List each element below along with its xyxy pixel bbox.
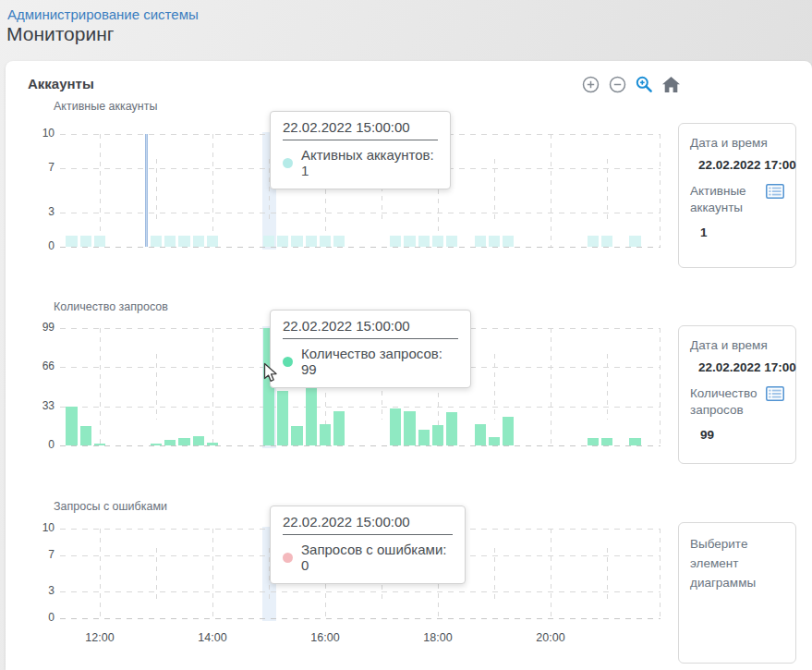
bar[interactable]: [94, 444, 105, 445]
bar[interactable]: [588, 438, 599, 445]
bar[interactable]: [193, 236, 204, 247]
y-tick-label: 3: [19, 205, 55, 218]
bar[interactable]: [151, 236, 162, 247]
zoom-in-icon[interactable]: [580, 74, 600, 94]
bar[interactable]: [446, 236, 457, 247]
v-gridline: [551, 134, 551, 247]
x-tick-label: 18:00: [418, 631, 457, 644]
v-gridline-minor: [156, 548, 157, 598]
v-gridline-minor: [607, 354, 608, 420]
chart-tooltip: 22.02.2022 15:00:00 Количество запросов:…: [270, 310, 471, 388]
v-gridline: [551, 328, 551, 445]
bar[interactable]: [432, 425, 443, 445]
legend-list-icon[interactable]: [766, 184, 784, 201]
bar[interactable]: [601, 236, 612, 247]
y-tick-label: 66: [19, 359, 55, 372]
bar[interactable]: [503, 417, 514, 445]
h-gridline: [60, 445, 661, 446]
bar[interactable]: [80, 236, 91, 247]
bar[interactable]: [80, 426, 91, 445]
bar[interactable]: [178, 438, 189, 445]
bar[interactable]: [164, 440, 176, 445]
breadcrumb-link[interactable]: Администрирование системы: [7, 6, 199, 22]
v-gridline-minor: [494, 354, 495, 420]
bar[interactable]: [193, 436, 204, 445]
chart-title-active-accounts: Активные аккаунты: [54, 100, 157, 113]
bar[interactable]: [320, 424, 331, 445]
bar[interactable]: [66, 236, 77, 247]
bar[interactable]: [489, 236, 500, 247]
bar[interactable]: [432, 236, 443, 247]
bar[interactable]: [306, 236, 317, 247]
v-gridline: [660, 134, 661, 247]
v-gridline: [660, 529, 661, 618]
bar[interactable]: [207, 443, 218, 445]
panel-header: Дата и время: [690, 136, 784, 150]
panel-metric-label: Количество запросов: [690, 385, 760, 419]
h-gridline: [60, 407, 661, 408]
panel-value: 1: [700, 225, 784, 239]
bar[interactable]: [333, 411, 345, 445]
v-gridline: [212, 134, 213, 247]
section-title: Аккаунты: [28, 76, 94, 91]
panel-datetime: 22.02.2022 17:00: [698, 158, 784, 172]
bar[interactable]: [629, 438, 640, 445]
bar[interactable]: [178, 236, 189, 247]
bar[interactable]: [291, 236, 302, 247]
h-gridline: [60, 213, 661, 213]
x-tick-label: 14:00: [193, 631, 232, 644]
bar[interactable]: [390, 408, 401, 445]
bar[interactable]: [263, 236, 274, 247]
bar[interactable]: [66, 407, 77, 445]
panel-placeholder-message: Выберите элемент диаграммы: [690, 535, 784, 593]
v-gridline: [660, 328, 661, 445]
v-gridline: [100, 529, 101, 618]
tooltip-datetime: 22.02.2022 15:00:00: [283, 119, 438, 140]
h-gridline: [60, 247, 661, 248]
x-tick-label: 20:00: [531, 631, 570, 644]
bar[interactable]: [291, 426, 302, 445]
y-tick-label: 3: [19, 584, 55, 597]
tooltip-datetime: 22.02.2022 15:00:00: [283, 514, 453, 535]
info-panel-empty-selection: Выберите элемент диаграммы: [678, 522, 796, 664]
bar[interactable]: [503, 236, 514, 247]
bar[interactable]: [418, 236, 430, 247]
bar[interactable]: [475, 424, 486, 445]
y-tick-label: 0: [19, 239, 55, 252]
bar[interactable]: [446, 412, 457, 445]
bar[interactable]: [320, 236, 331, 247]
bar[interactable]: [333, 236, 345, 247]
tooltip-label: Количество запросов: 99: [301, 346, 458, 377]
v-gridline: [100, 328, 101, 445]
bar[interactable]: [94, 236, 105, 247]
y-tick-label: 0: [19, 611, 55, 624]
bar[interactable]: [404, 411, 415, 445]
v-gridline-minor: [607, 159, 608, 222]
bar[interactable]: [151, 444, 162, 445]
bar[interactable]: [629, 236, 640, 247]
bar[interactable]: [277, 391, 288, 445]
v-gridline-minor: [607, 548, 608, 598]
mouse-cursor: [263, 362, 279, 387]
tooltip-datetime: 22.02.2022 15:00:00: [283, 318, 458, 339]
tooltip-series-dot: [283, 158, 293, 168]
v-gridline: [212, 529, 213, 618]
home-icon[interactable]: [661, 74, 681, 94]
legend-list-icon[interactable]: [766, 386, 784, 404]
zoom-out-icon[interactable]: [607, 74, 627, 94]
v-gridline-minor: [494, 159, 495, 222]
zoom-area-select-icon[interactable]: [634, 74, 654, 94]
tooltip-label: Активных аккаунтов: 1: [301, 147, 438, 178]
accounts-card: Аккаунты Активные аккаунты 03710 22.02.2…: [6, 61, 812, 670]
bar[interactable]: [475, 236, 486, 247]
bar[interactable]: [489, 437, 500, 445]
bar[interactable]: [164, 236, 176, 247]
bar[interactable]: [588, 236, 599, 247]
bar[interactable]: [601, 438, 612, 445]
bar[interactable]: [418, 430, 430, 445]
bar[interactable]: [404, 236, 415, 247]
y-tick-label: 7: [19, 161, 55, 174]
bar[interactable]: [207, 236, 218, 247]
bar[interactable]: [390, 236, 401, 247]
bar[interactable]: [277, 236, 288, 247]
